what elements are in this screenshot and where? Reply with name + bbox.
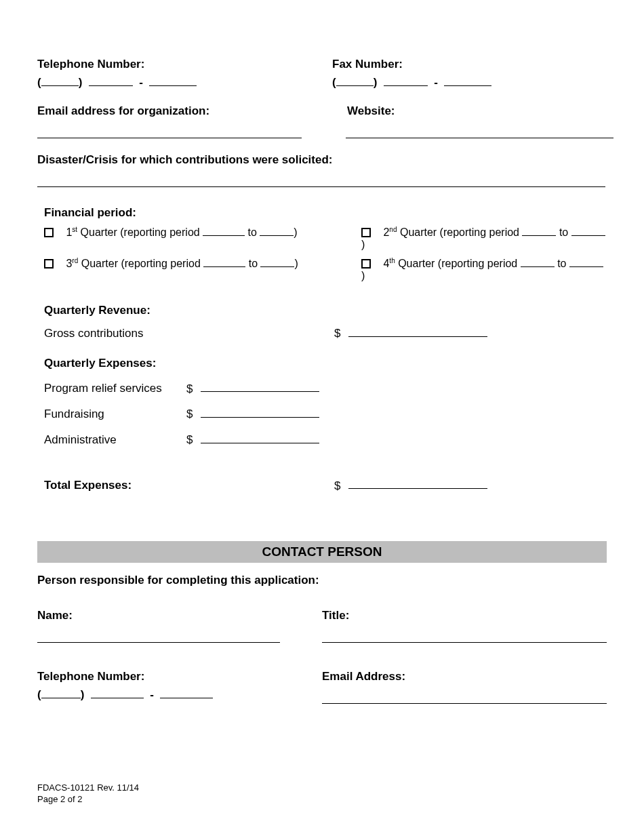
footer-form-id: FDACS-10121 Rev. 11/14 (37, 782, 139, 794)
q1-close: ) (294, 226, 297, 238)
q3-sup: rd (72, 257, 78, 264)
administrative-label: Administrative (44, 433, 186, 447)
q3-to: to (245, 258, 260, 269)
q3-checkbox[interactable] (44, 259, 54, 269)
program-relief-label: Program relief services (44, 382, 186, 395)
q4-from-input[interactable] (521, 256, 555, 267)
total-expenses-label: Total Expenses: (44, 479, 334, 492)
q3-to-input[interactable] (260, 256, 294, 267)
paren-close: ) (374, 76, 378, 89)
disaster-input[interactable] (37, 167, 605, 187)
q1-to: to (245, 226, 260, 238)
program-dollar: $ (186, 382, 193, 395)
q3-from-input[interactable] (203, 256, 245, 267)
q1-to-input[interactable] (260, 225, 294, 236)
total-dollar: $ (334, 479, 340, 492)
telephone-label: Telephone Number: (37, 58, 332, 71)
administrative-input[interactable] (201, 431, 319, 443)
contact-title-input[interactable] (322, 622, 607, 643)
q1-checkbox[interactable] (44, 228, 54, 237)
gross-dollar: $ (334, 327, 340, 340)
program-relief-input[interactable] (201, 380, 319, 393)
fundraising-dollar: $ (186, 408, 193, 420)
q2-to-input[interactable] (571, 225, 605, 236)
q4-checkbox[interactable] (361, 259, 371, 269)
disaster-label: Disaster/Crisis for which contributions … (37, 153, 607, 167)
quarterly-revenue-heading: Quarterly Revenue: (44, 304, 607, 317)
q1-from-input[interactable] (203, 225, 245, 236)
dash: - (139, 76, 143, 89)
paren-close: ) (81, 688, 85, 701)
fax-label: Fax Number: (332, 58, 607, 71)
q4-sup: th (389, 257, 395, 264)
footer-page: Page 2 of 2 (37, 794, 139, 806)
q2-sup: nd (389, 226, 397, 233)
gross-contrib-label: Gross contributions (44, 327, 334, 340)
admin-dollar: $ (186, 433, 193, 446)
q2-to: to (556, 226, 571, 238)
fundraising-input[interactable] (201, 405, 319, 418)
financial-period-label: Financial period: (44, 206, 607, 220)
website-label: Website: (332, 104, 613, 118)
paren-close: ) (79, 76, 83, 89)
quarterly-expenses-heading: Quarterly Expenses: (44, 357, 607, 370)
q1-sup: st (72, 226, 77, 233)
q2-text: Quarter (reporting period (397, 226, 522, 238)
contact-name-input[interactable] (37, 622, 280, 643)
q4-close: ) (361, 270, 365, 281)
dash: - (434, 76, 438, 89)
contact-title-label: Title: (322, 609, 607, 622)
q2-checkbox[interactable] (361, 228, 371, 237)
q1-text: Quarter (reporting period (77, 226, 203, 238)
q3-text: Quarter (reporting period (78, 258, 203, 269)
total-expenses-input[interactable] (348, 477, 487, 490)
q3-close: ) (294, 258, 298, 269)
telephone-input-line[interactable]: () - (37, 74, 332, 90)
contact-person-banner: CONTACT PERSON (37, 541, 607, 563)
email-org-input[interactable] (37, 118, 302, 138)
email-org-label: Email address for organization: (37, 104, 332, 118)
website-input[interactable] (346, 118, 613, 138)
q4-text: Quarter (reporting period (395, 258, 521, 269)
q4-to-input[interactable] (569, 256, 603, 267)
responsible-label: Person responsible for completing this a… (37, 574, 607, 587)
fax-input-line[interactable]: () - (332, 74, 607, 90)
q2-close: ) (361, 239, 365, 250)
contact-email-input[interactable] (322, 683, 607, 704)
contact-telephone-input-line[interactable]: () - (37, 686, 322, 702)
dash: - (150, 688, 154, 701)
contact-name-label: Name: (37, 609, 322, 622)
contact-telephone-label: Telephone Number: (37, 670, 322, 683)
gross-contrib-input[interactable] (348, 324, 487, 337)
q2-from-input[interactable] (522, 225, 556, 236)
q4-to: to (555, 258, 569, 269)
contact-email-label: Email Address: (322, 670, 607, 683)
fundraising-label: Fundraising (44, 408, 186, 421)
